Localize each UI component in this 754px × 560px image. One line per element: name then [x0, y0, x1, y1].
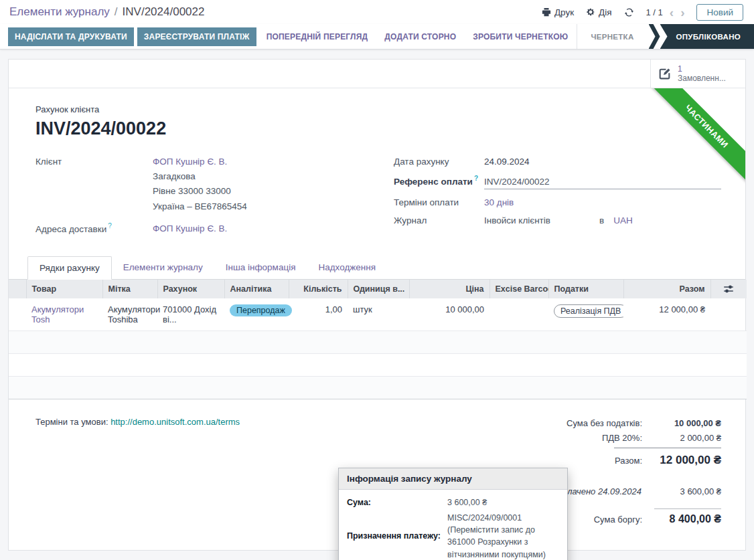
journal-entry-info-popover: Інформація запису журналу Сума: 3 600,00… — [338, 468, 568, 560]
empty-row — [9, 331, 747, 354]
empty-row — [9, 354, 747, 377]
journal-in-label: в — [599, 215, 604, 225]
reset-to-draft-button[interactable]: ЗРОБИТИ ЧЕРНЕТКОЮ — [466, 27, 575, 46]
memo-label: Призначення платежу: — [347, 531, 447, 541]
client-link[interactable]: ФОП Кушнір Є. В. — [153, 157, 227, 167]
column-uom: Одиниця в... — [348, 280, 409, 298]
client-label: Клієнт — [35, 157, 153, 167]
analytic-tag[interactable]: Перепродаж — [230, 304, 292, 316]
edit-document-icon — [658, 67, 672, 81]
column-analytic: Аналітика — [224, 280, 289, 298]
cell-quantity[interactable]: 1,00 — [289, 298, 348, 331]
register-payment-button[interactable]: ЗАРЕЄСТРУВАТИ ПЛАТІЖ — [137, 27, 256, 46]
optional-columns-icon[interactable] — [723, 284, 734, 294]
tab-receipts[interactable]: Надходження — [307, 256, 387, 279]
vat-value: 2 000,00 ₴ — [642, 433, 721, 443]
payment-terms-link[interactable]: 30 днів — [484, 197, 514, 207]
terms-label: Терміни та умови: — [35, 417, 108, 427]
delivery-address-label: Адреса доставки — [35, 223, 106, 234]
button-box-strip: 1 Замовленн... — [9, 60, 745, 88]
smart-button-count: 1 — [678, 64, 726, 74]
untaxed-amount-label: Сума без податків: — [567, 418, 642, 428]
action-bar: НАДІСЛАТИ ТА ДРУКУВАТИ ЗАРЕЄСТРУВАТИ ПЛА… — [0, 24, 754, 50]
memo-value: MISC/2024/09/0001 (Перемістити запис до … — [447, 512, 559, 560]
field-groups: Клієнт ФОП Кушнір Є. В. Загадкова Рівне … — [35, 157, 721, 242]
printer-icon — [542, 7, 551, 17]
amount-value: 3 600,00 ₴ — [447, 496, 559, 508]
form-view: 1 Замовленн... ЧАСТИНАМИ Рахунок клієнта… — [0, 50, 754, 560]
invoice-number-title: INV/2024/00022 — [35, 118, 721, 139]
tab-other-info[interactable]: Інша інформація — [214, 256, 307, 279]
delivery-address-field: Адреса доставки? ФОП Кушнір Є. В. — [35, 222, 370, 234]
row-handle[interactable] — [9, 298, 26, 331]
currency-link[interactable]: UAH — [613, 215, 633, 225]
smart-button-label: Замовленн... — [678, 74, 726, 83]
pager-next-icon[interactable]: › — [680, 6, 684, 19]
refresh-icon — [624, 7, 634, 17]
gear-icon — [586, 7, 595, 17]
amount-due-label: Сума боргу: — [594, 515, 642, 525]
payment-terms-label: Терміни оплати — [394, 197, 484, 207]
action-label: Дія — [599, 7, 611, 17]
tab-invoice-lines[interactable]: Рядки рахунку — [27, 256, 112, 280]
delivery-help-icon[interactable]: ? — [108, 222, 112, 229]
payment-reference-help-icon[interactable]: ? — [474, 175, 478, 182]
column-taxes: Податки — [548, 280, 623, 298]
cell-options — [710, 298, 747, 331]
preview-button[interactable]: ПОПЕРЕДНІЙ ПЕРЕГЛЯД — [260, 27, 375, 46]
payment-terms-field: Терміни оплати 30 днів — [394, 197, 721, 207]
status-draft[interactable]: ЧЕРНЕТКА — [577, 24, 647, 49]
column-account: Рахунок — [157, 280, 224, 298]
cell-uom[interactable]: штук — [348, 298, 409, 331]
send-and-print-button[interactable]: НАДІСЛАТИ ТА ДРУКУВАТИ — [8, 27, 134, 46]
pager-value: 1 / 1 — [646, 7, 663, 17]
cell-analytic: Перепродаж — [224, 298, 289, 331]
pager: 1 / 1 ‹ › — [646, 6, 685, 19]
journal-value: Інвойси клієнтів — [484, 215, 599, 225]
total-label: Разом: — [615, 456, 642, 466]
client-address-line: Україна – BE67865454 — [153, 199, 247, 214]
action-menu-button[interactable]: Дія — [586, 7, 611, 17]
delivery-address-link[interactable]: ФОП Кушнір Є. В. — [153, 223, 227, 234]
total-value: 12 000,00 ₴ — [642, 454, 721, 467]
new-record-button[interactable]: Новий — [696, 4, 743, 21]
terms-url-link[interactable]: http://demo.unitsoft.com.ua/terms — [110, 417, 240, 427]
popover-row-memo: Призначення платежу: MISC/2024/09/0001 (… — [347, 512, 559, 560]
breadcrumb-journal-items[interactable]: Елементи журналу — [9, 5, 110, 19]
payment-reference-input[interactable]: INV/2024/00022 — [484, 177, 721, 189]
cell-label[interactable]: Акумулятори Toshiba — [102, 298, 157, 331]
cell-product: Акумулятори Tosh — [26, 298, 102, 331]
sale-orders-smart-button[interactable]: 1 Замовленн... — [650, 60, 745, 88]
payment-reference-field: Референс оплати? INV/2024/00022 — [394, 175, 721, 189]
journal-field: Журнал Інвойси клієнтів в UAH — [394, 215, 721, 225]
column-excise-barcode: Excise Barcode — [489, 280, 548, 298]
add-credit-note-button[interactable]: ДОДАТИ СТОРНО — [378, 27, 463, 46]
cell-account[interactable]: 701000 Дохід ві... — [157, 298, 224, 331]
product-link[interactable]: Акумулятори Tosh — [31, 304, 84, 324]
cell-taxes: Реалізація ПДВ 20 — [548, 298, 623, 331]
cell-price[interactable]: 10 000,00 — [409, 298, 489, 331]
paid-label: Оплачено 24.09.2024 — [556, 486, 642, 496]
tax-tag[interactable]: Реалізація ПДВ 20 — [554, 304, 623, 318]
print-label: Друк — [554, 7, 574, 17]
invoice-line-row[interactable]: Акумулятори Tosh Акумулятори Toshiba 701… — [9, 298, 747, 331]
tab-journal-items[interactable]: Елементи журналу — [112, 256, 214, 279]
refresh-button[interactable] — [624, 7, 634, 17]
popover-title: Інформація запису журналу — [339, 468, 567, 490]
cell-total[interactable]: 12 000,00 ₴ — [623, 298, 710, 331]
paid-value: 3 600,00 ₴ — [646, 486, 721, 496]
document-type-label: Рахунок клієнта — [35, 104, 721, 114]
column-product: Товар — [26, 280, 102, 298]
column-options — [710, 280, 747, 298]
amount-label: Сума: — [347, 498, 447, 507]
cell-excise-barcode[interactable] — [489, 298, 548, 331]
column-quantity: Кількість — [289, 280, 348, 298]
pager-previous-icon[interactable]: ‹ — [670, 6, 674, 19]
payment-reference-label: Референс оплати — [394, 177, 473, 187]
empty-row — [9, 377, 747, 399]
totals-divider — [614, 448, 721, 448]
statusbar: ЧЕРНЕТКА ОПУБЛІКОВАНО — [577, 24, 754, 49]
status-posted[interactable]: ОПУБЛІКОВАНО — [660, 24, 754, 49]
client-address-line: Загадкова — [153, 169, 247, 184]
print-button[interactable]: Друк — [542, 7, 574, 17]
